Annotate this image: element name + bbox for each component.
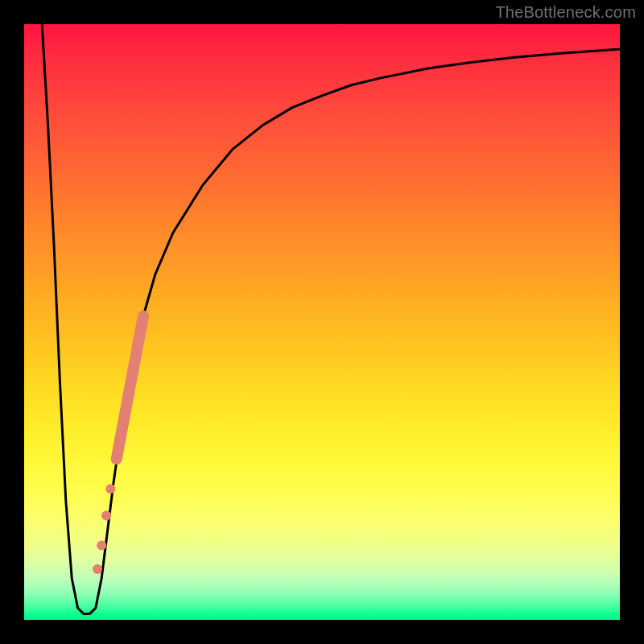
chart-frame: TheBottleneck.com — [0, 0, 644, 644]
highlight-markers — [93, 316, 143, 574]
chart-overlay — [24, 24, 620, 620]
svg-line-0 — [117, 316, 143, 460]
svg-point-2 — [101, 511, 111, 521]
svg-point-4 — [93, 564, 102, 574]
svg-point-3 — [97, 541, 106, 551]
svg-point-1 — [105, 484, 115, 493]
plot-area — [24, 24, 620, 620]
bottleneck-curve — [42, 24, 620, 614]
watermark-text: TheBottleneck.com — [495, 3, 636, 22]
